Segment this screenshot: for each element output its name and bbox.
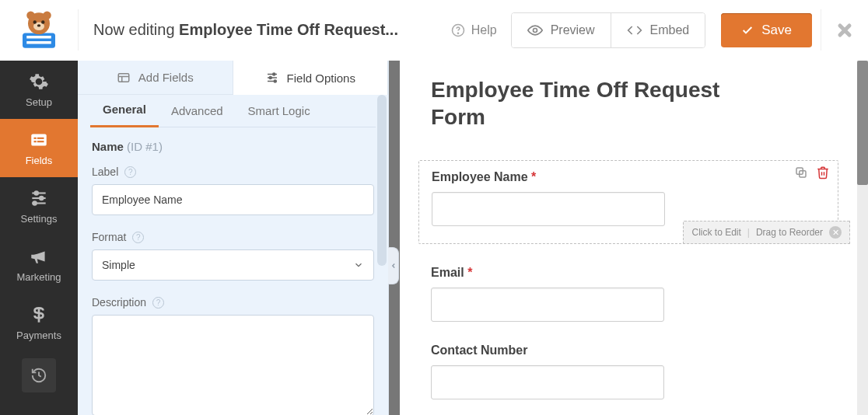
tab-field-options[interactable]: Field Options	[233, 61, 389, 95]
sidebar-item-setup[interactable]: Setup	[0, 61, 78, 119]
field-id-note: (ID #1)	[127, 140, 163, 153]
svg-point-8	[41, 20, 44, 23]
close-icon	[835, 21, 854, 40]
form-field-contact-number[interactable]: Contact Number	[431, 344, 826, 399]
embed-button[interactable]: Embed	[611, 13, 705, 47]
svg-point-4	[26, 11, 35, 19]
code-icon	[627, 23, 642, 38]
help-tooltip-icon[interactable]: ?	[152, 297, 164, 309]
field-label: Contact Number	[431, 344, 826, 357]
format-select[interactable]: Simple	[92, 249, 374, 281]
svg-point-7	[33, 20, 37, 23]
svg-point-28	[272, 73, 275, 75]
check-icon	[741, 24, 754, 37]
editing-form-name: Employee Time Off Request...	[179, 21, 398, 38]
field-input[interactable]	[431, 288, 664, 322]
svg-point-21	[40, 197, 43, 200]
subtab-smart-logic[interactable]: Smart Logic	[236, 96, 323, 127]
close-button[interactable]	[821, 21, 868, 40]
svg-point-30	[269, 77, 271, 79]
field-options-panel: Add Fields Field Options General Advance…	[78, 61, 389, 415]
form-field-email[interactable]: Email *	[431, 266, 826, 322]
gear-icon	[29, 71, 49, 92]
dollar-icon	[29, 305, 49, 325]
trash-icon[interactable]	[816, 166, 830, 180]
tab-label: Add Fields	[138, 71, 194, 84]
field-label: Employee Name *	[432, 170, 825, 184]
close-hint-icon[interactable]: ✕	[829, 226, 842, 239]
form-field-employee-name[interactable]: Employee Name * Click to Edit | Drag to …	[418, 160, 838, 244]
header-divider	[821, 9, 821, 51]
panel-collapse-handle[interactable]	[388, 247, 399, 284]
bullhorn-icon	[29, 246, 49, 267]
svg-rect-16	[34, 141, 37, 142]
history-icon	[30, 367, 47, 384]
page-scrollbar-thumb[interactable]	[857, 61, 868, 185]
form-title: Employee Time Off Request Form	[431, 76, 742, 131]
preview-label: Preview	[551, 23, 595, 37]
svg-point-9	[37, 24, 40, 26]
help-icon	[451, 23, 465, 37]
editing-prefix: Now editing	[93, 21, 179, 38]
required-marker: *	[531, 170, 536, 183]
svg-point-12	[533, 28, 537, 32]
svg-rect-1	[26, 36, 51, 39]
required-marker: *	[467, 266, 472, 279]
save-label: Save	[761, 23, 792, 38]
subtab-advanced[interactable]: Advanced	[159, 96, 236, 127]
svg-point-11	[457, 33, 458, 33]
sidebar-item-settings[interactable]: Settings	[0, 177, 78, 235]
edit-hint: Click to Edit | Drag to Reorder ✕	[683, 221, 850, 244]
svg-rect-13	[31, 134, 47, 145]
embed-label: Embed	[650, 23, 690, 37]
chevron-down-icon	[353, 260, 364, 270]
preview-button[interactable]: Preview	[512, 13, 611, 47]
tab-add-fields[interactable]: Add Fields	[78, 61, 233, 95]
sidebar-label: Settings	[21, 213, 58, 225]
sidebar-item-marketing[interactable]: Marketing	[0, 235, 78, 294]
help-link[interactable]: Help	[437, 23, 511, 37]
field-label: Email *	[431, 266, 826, 280]
field-input[interactable]	[432, 192, 665, 226]
subtab-general[interactable]: General	[90, 95, 159, 127]
chevron-left-icon	[390, 262, 397, 270]
main-sidebar: Setup Fields Settings Marketing	[0, 61, 78, 415]
help-tooltip-icon[interactable]: ?	[124, 166, 136, 178]
help-label: Help	[471, 23, 497, 37]
svg-point-32	[274, 80, 276, 82]
header-divider	[78, 9, 79, 51]
sidebar-item-payments[interactable]: Payments	[0, 294, 78, 352]
field-input[interactable]	[431, 365, 664, 399]
field-section-title: Name (ID #1)	[92, 140, 374, 153]
form-preview: Employee Time Off Request Form Employee …	[400, 61, 857, 415]
svg-rect-2	[26, 41, 51, 44]
sliders-icon	[29, 188, 49, 208]
save-button[interactable]: Save	[721, 13, 812, 47]
sidebar-item-history[interactable]	[22, 358, 56, 392]
app-logo	[0, 0, 78, 61]
help-tooltip-icon[interactable]: ?	[132, 232, 144, 243]
tab-label: Field Options	[287, 71, 355, 85]
sidebar-label: Fields	[26, 155, 53, 166]
svg-rect-15	[37, 138, 44, 139]
sidebar-item-fields[interactable]: Fields	[0, 119, 78, 177]
sidebar-label: Marketing	[16, 271, 61, 283]
format-title: Format ?	[92, 231, 374, 243]
svg-rect-17	[37, 141, 44, 142]
sliders-icon	[265, 71, 279, 85]
page-title: Now editing Employee Time Off Request...	[78, 21, 437, 39]
eye-icon	[527, 23, 543, 38]
label-input[interactable]	[92, 184, 374, 215]
svg-point-19	[35, 191, 38, 194]
sidebar-label: Payments	[16, 330, 61, 341]
label-title: Label ?	[92, 166, 374, 178]
svg-point-23	[33, 201, 36, 204]
field-type-name: Name	[92, 140, 124, 153]
panel-scrollbar[interactable]	[377, 95, 387, 266]
duplicate-icon[interactable]	[794, 166, 808, 180]
sidebar-label: Setup	[26, 96, 52, 108]
description-input[interactable]	[92, 315, 374, 415]
description-title: Description ?	[92, 296, 374, 309]
svg-rect-0	[23, 33, 55, 47]
svg-point-5	[43, 11, 51, 19]
